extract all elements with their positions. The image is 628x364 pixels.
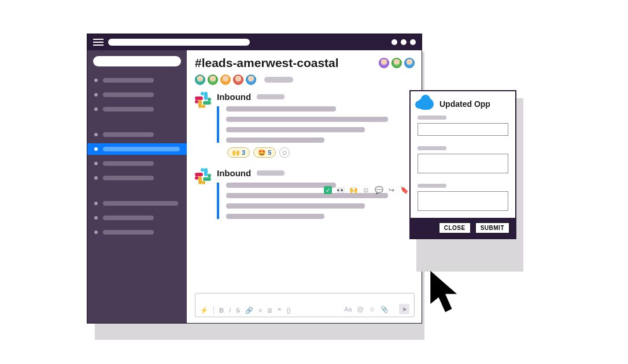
field-label — [418, 116, 446, 120]
reaction[interactable]: 🙌3 — [227, 147, 250, 158]
text-line — [226, 138, 324, 143]
window-controls — [391, 39, 416, 45]
sidebar-item[interactable] — [87, 198, 187, 209]
message-author[interactable]: Inbound — [217, 168, 251, 178]
bold-icon[interactable]: B — [219, 307, 224, 314]
code-icon[interactable]: {} — [286, 307, 290, 314]
thread-icon[interactable]: 💬 — [375, 186, 383, 194]
raised-hands-icon[interactable]: 🙌 — [349, 186, 357, 194]
sidebar — [87, 50, 187, 323]
channel-name[interactable]: #leads-amerwest-coastal — [195, 56, 339, 70]
share-icon[interactable]: ↪ — [387, 186, 396, 194]
text-line — [226, 183, 336, 188]
field-label — [418, 184, 446, 188]
member-count-stub — [264, 77, 293, 83]
chat-app-window: #leads-amerwest-coastal — [87, 34, 422, 324]
sidebar-item[interactable] — [87, 89, 187, 101]
hamburger-menu-icon[interactable] — [93, 39, 104, 46]
avatar — [233, 75, 243, 85]
sidebar-item[interactable] — [87, 75, 187, 86]
sidebar-item[interactable] — [87, 212, 187, 224]
sidebar-item[interactable] — [87, 129, 187, 140]
attach-icon[interactable]: 📎 — [381, 306, 389, 313]
titlebar — [87, 34, 422, 50]
reaction[interactable]: 🤩5 — [253, 147, 276, 158]
format-icon[interactable]: Aa — [344, 306, 352, 313]
message-attachment — [217, 106, 415, 143]
avatar — [195, 75, 205, 85]
submit-button[interactable]: SUBMIT — [475, 222, 509, 233]
text-line — [226, 117, 388, 122]
send-button[interactable]: ➤ — [399, 304, 409, 314]
face-icon[interactable]: ☺ — [362, 186, 370, 194]
link-icon[interactable]: 🔗 — [245, 307, 253, 314]
unordered-list-icon[interactable]: ≣ — [267, 307, 272, 314]
modal-text-input[interactable] — [418, 191, 508, 211]
avatar — [391, 58, 402, 68]
message-timestamp — [257, 170, 285, 176]
slack-app-icon — [195, 92, 211, 108]
flash-icon[interactable]: ⚡ — [200, 307, 208, 314]
message-composer[interactable]: ⚡ B I S̶ 🔗 ≡ ≣ ❝ {} Aa @ ☺ 📎 — [195, 293, 415, 317]
workspace-switcher[interactable] — [93, 56, 181, 66]
sidebar-item[interactable] — [87, 158, 187, 169]
avatar — [246, 75, 256, 85]
quote-icon[interactable]: ❝ — [278, 307, 281, 314]
slack-app-icon — [195, 168, 211, 184]
window-control-dot[interactable] — [391, 39, 397, 45]
avatar — [379, 58, 389, 68]
message: Inbound 🙌3 🤩5 ☺ — [195, 92, 415, 158]
sidebar-item[interactable] — [87, 103, 187, 115]
reaction-bar: 🙌3 🤩5 ☺ — [227, 147, 415, 158]
message-author[interactable]: Inbound — [217, 92, 251, 102]
close-button[interactable]: CLOSE — [439, 222, 471, 233]
message-hover-toolbar: ✓ 👀 🙌 ☺ 💬 ↪ 🔖 — [324, 186, 408, 194]
sidebar-item[interactable] — [87, 172, 187, 184]
bookmark-icon[interactable]: 🔖 — [400, 186, 408, 194]
sidebar-item[interactable] — [87, 226, 187, 238]
text-line — [226, 203, 365, 209]
window-control-dot[interactable] — [410, 39, 416, 45]
salesforce-cloud-icon — [418, 98, 434, 110]
text-line — [226, 214, 324, 219]
text-line — [226, 127, 365, 132]
sidebar-item-selected[interactable] — [87, 143, 187, 155]
modal-title: Updated Opp — [439, 99, 490, 109]
updated-opp-modal: Updated Opp CLOSE SUBMIT — [409, 90, 516, 239]
strike-icon[interactable]: S̶ — [236, 307, 240, 314]
avatar — [404, 58, 415, 68]
channel-member-row[interactable] — [195, 75, 415, 85]
field-label — [418, 146, 446, 150]
avatar — [220, 75, 231, 85]
check-icon[interactable]: ✓ — [324, 186, 332, 194]
cursor-icon — [428, 269, 463, 318]
mention-icon[interactable]: @ — [357, 306, 364, 313]
global-search-input[interactable] — [108, 39, 250, 46]
eyes-icon[interactable]: 👀 — [337, 186, 345, 194]
text-line — [226, 106, 336, 112]
message-timestamp — [257, 94, 285, 99]
avatar — [208, 75, 218, 85]
add-reaction-button[interactable]: ☺ — [279, 147, 290, 158]
italic-icon[interactable]: I — [229, 307, 231, 314]
emoji-icon[interactable]: ☺ — [369, 306, 375, 313]
modal-text-input[interactable] — [418, 123, 508, 136]
modal-text-input[interactable] — [418, 154, 508, 173]
header-member-avatars[interactable] — [379, 58, 415, 68]
ordered-list-icon[interactable]: ≡ — [258, 307, 262, 314]
window-control-dot[interactable] — [401, 39, 407, 45]
